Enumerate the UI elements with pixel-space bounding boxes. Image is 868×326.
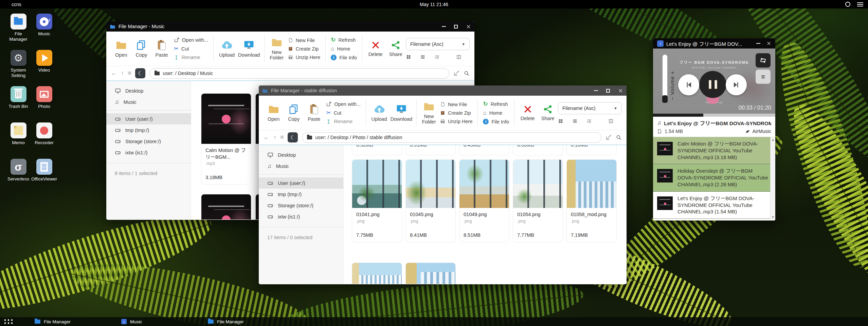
file-tile-partial[interactable] bbox=[352, 263, 402, 284]
menu-list-button[interactable]: ≡ bbox=[281, 134, 284, 141]
upload-button[interactable]: Upload bbox=[369, 103, 389, 122]
view-grid-button[interactable] bbox=[558, 118, 563, 124]
view-columns-button[interactable] bbox=[608, 118, 614, 124]
file-tile-partial[interactable]: 8.52MB bbox=[352, 145, 402, 155]
close-button[interactable] bbox=[466, 24, 471, 29]
new-file-button[interactable]: New File bbox=[440, 102, 473, 107]
file-info-button[interactable]: iFile Info bbox=[331, 55, 357, 60]
new-folder-button[interactable]: New Folder bbox=[268, 37, 286, 61]
menu-icon[interactable] bbox=[857, 2, 863, 6]
title-bar[interactable]: File Manager - Music bbox=[106, 21, 474, 32]
up-button[interactable]: ↑ bbox=[273, 134, 276, 141]
sidebar-item-desktop[interactable]: Desktop bbox=[259, 149, 343, 160]
upload-button[interactable]: Upload bbox=[217, 39, 237, 58]
file-tile-partial[interactable] bbox=[405, 263, 456, 284]
title-bar[interactable]: ♪ Let's Enjoy @ フリーBGM DOV... bbox=[653, 38, 775, 49]
close-button[interactable] bbox=[766, 41, 771, 46]
progress-bar[interactable] bbox=[653, 114, 775, 117]
rename-button[interactable]: Rename bbox=[174, 55, 208, 60]
sidebar-item-tmp-drive[interactable]: tmp (tmp:/) bbox=[259, 189, 343, 200]
sidebar-item-desktop[interactable]: Desktop bbox=[106, 85, 191, 96]
open-with-button[interactable]: Open with... bbox=[326, 101, 360, 107]
sidebar-item-storage-drive[interactable]: Storage (store:/) bbox=[259, 200, 343, 211]
taskbar-item-file-manager-1[interactable]: File Manager bbox=[30, 317, 100, 326]
desktop-icon-trash-bin[interactable]: Trash Bin bbox=[5, 86, 31, 122]
refresh-button[interactable]: ↻Refresh bbox=[483, 101, 509, 107]
edit-path-button[interactable] bbox=[605, 134, 612, 140]
file-tile-01058-mod[interactable]: 01058_mod.png .png 7.19MB bbox=[566, 159, 617, 242]
playlist-item-calm-motion[interactable]: Calm Motion @ フリーBGM DOVA-SYNDROME OFFIC… bbox=[653, 137, 775, 164]
unzip-here-button[interactable]: Unzip Here bbox=[440, 119, 473, 124]
copy-button[interactable]: Copy bbox=[131, 39, 152, 58]
minimize-button[interactable] bbox=[756, 43, 760, 44]
paste-button[interactable]: Paste bbox=[304, 103, 324, 122]
open-with-button[interactable]: Open with... bbox=[174, 37, 208, 43]
view-rows-button[interactable] bbox=[420, 54, 426, 60]
file-tile-partial[interactable]: 8.91MB bbox=[405, 145, 456, 155]
home-button[interactable]: ⌂Home bbox=[483, 110, 509, 116]
open-button[interactable]: Open bbox=[264, 103, 284, 122]
view-columns-button[interactable] bbox=[456, 54, 462, 60]
up-button[interactable]: ↑ bbox=[121, 70, 124, 77]
back-button[interactable]: ← bbox=[264, 134, 269, 141]
previous-track-button[interactable] bbox=[678, 74, 699, 95]
playlist-scrollbar[interactable]: ▲ ▼ bbox=[770, 137, 775, 220]
search-button[interactable] bbox=[464, 70, 470, 76]
copy-button[interactable]: Copy bbox=[284, 103, 304, 122]
sort-dropdown[interactable]: Filename (Asc)▼ bbox=[406, 38, 470, 50]
power-icon[interactable] bbox=[845, 2, 850, 7]
new-file-button[interactable]: New File bbox=[288, 38, 321, 43]
desktop-icon-photo[interactable]: Photo bbox=[31, 86, 57, 122]
file-tile-01041[interactable]: 01041.png .png 7.75MB bbox=[352, 159, 402, 242]
view-grid-button[interactable] bbox=[406, 54, 411, 60]
file-tile-partial[interactable]: 8.45MB bbox=[459, 145, 509, 155]
taskbar-item-file-manager-2[interactable]: File Manager bbox=[203, 317, 273, 326]
desktop-icon-recorder[interactable]: Recorder bbox=[31, 122, 57, 159]
sidebar-item-storage-drive[interactable]: Storage (store:/) bbox=[106, 136, 191, 147]
view-rows-button[interactable] bbox=[572, 118, 578, 124]
next-track-button[interactable] bbox=[726, 74, 747, 95]
desktop-icon-music[interactable]: ♪ Music bbox=[31, 14, 57, 50]
volume-slider[interactable] bbox=[663, 55, 667, 99]
desktop-icon-serverless[interactable]: σ Serverless bbox=[5, 159, 31, 195]
refresh-button[interactable]: ↻Refresh bbox=[331, 37, 357, 43]
sidebar-item-music[interactable]: ♫Music bbox=[259, 160, 343, 172]
file-tile-01049[interactable]: 01049.png .png 8.51MB bbox=[459, 159, 509, 242]
sidebar-item-user-drive[interactable]: User (user:/) bbox=[106, 113, 191, 124]
desktop-icon-system-setting[interactable]: ⚙ System Setting bbox=[5, 50, 31, 86]
download-button[interactable]: Download bbox=[237, 39, 261, 58]
file-info-button[interactable]: iFile Info bbox=[483, 119, 509, 124]
desktop-icon-memo[interactable]: Memo bbox=[5, 122, 31, 159]
create-zip-button[interactable]: Create Zip bbox=[288, 46, 321, 52]
file-tile-calm-motion[interactable]: Calm Motion @ フリーBGM... .mp3 3.18MB bbox=[201, 93, 251, 185]
desktop-icon-officeviewer[interactable]: OfficeViewer bbox=[31, 159, 57, 195]
file-tile-partial[interactable]: 8.00MB bbox=[513, 145, 563, 155]
delete-button[interactable]: Delete bbox=[365, 40, 386, 57]
playlist-menu-button[interactable]: ≡ bbox=[756, 70, 771, 84]
desktop-icon-file-manager[interactable]: File Manager bbox=[5, 14, 31, 50]
close-button[interactable] bbox=[618, 88, 623, 93]
open-button[interactable]: Open bbox=[111, 39, 131, 58]
sidebar-item-ixtw-drive[interactable]: ixtw (is1:/) bbox=[259, 211, 343, 222]
cut-button[interactable]: ✂Cut bbox=[174, 46, 208, 52]
file-tile-partial[interactable]: 8.18MB bbox=[566, 145, 617, 155]
scroll-down-icon[interactable]: ▼ bbox=[772, 215, 775, 219]
scroll-up-icon[interactable]: ▲ bbox=[772, 138, 775, 141]
playlist-item-lets-enjoy[interactable]: Let's Enjoy @ フリーBGM DOVA-SYNDROME OFFIC… bbox=[653, 192, 775, 219]
view-list-button[interactable] bbox=[586, 118, 592, 124]
file-tile[interactable] bbox=[201, 194, 251, 219]
create-zip-button[interactable]: Create Zip bbox=[440, 110, 473, 116]
home-button[interactable]: ⌂Home bbox=[331, 46, 357, 52]
menu-list-button[interactable]: ≡ bbox=[128, 70, 131, 77]
repeat-button[interactable] bbox=[756, 53, 771, 68]
cut-button[interactable]: ✂Cut bbox=[326, 110, 360, 116]
back-button[interactable]: ← bbox=[111, 70, 117, 77]
minimize-button[interactable] bbox=[442, 26, 446, 27]
unzip-here-button[interactable]: Unzip Here bbox=[288, 55, 321, 60]
share-button[interactable]: Share bbox=[538, 104, 558, 121]
download-button[interactable]: Download bbox=[389, 103, 413, 122]
minimize-button[interactable] bbox=[594, 90, 598, 91]
desktop-icon-video[interactable]: Video bbox=[31, 50, 57, 86]
volume-slider-thumb[interactable] bbox=[662, 95, 668, 103]
paste-button[interactable]: Paste bbox=[151, 39, 172, 58]
